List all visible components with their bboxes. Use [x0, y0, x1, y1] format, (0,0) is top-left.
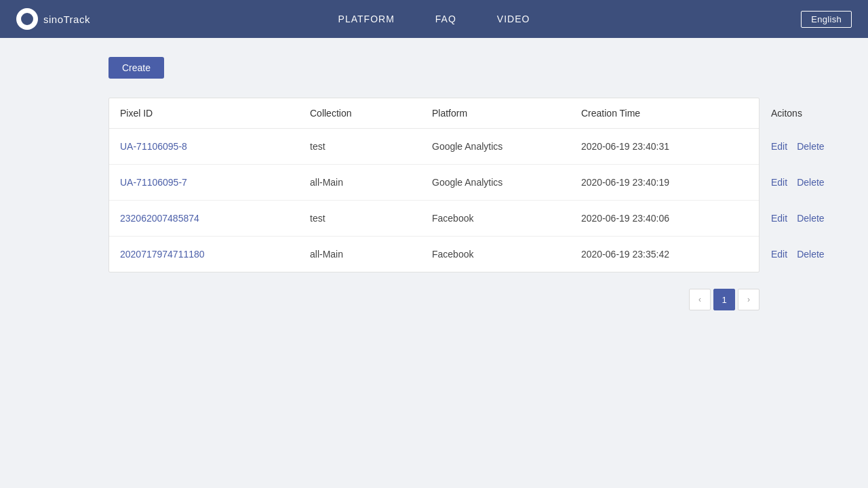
pagination: ‹ 1 › [108, 289, 760, 310]
actions-cell: Edit Delete [771, 249, 868, 260]
prev-page-button[interactable]: ‹ [689, 289, 711, 310]
prev-arrow-icon: ‹ [698, 295, 701, 304]
create-button[interactable]: Create [108, 57, 164, 79]
edit-button[interactable]: Edit [771, 213, 787, 224]
delete-button[interactable]: Delete [797, 249, 824, 260]
platform-cell: Google Analytics [432, 141, 581, 152]
table-row: UA-71106095-7 all-Main Google Analytics … [109, 165, 759, 201]
main-nav: PLATFORM FAQ VIDEO [338, 14, 530, 24]
creation-time-cell: 2020-06-19 23:35:42 [581, 249, 771, 260]
nav-platform[interactable]: PLATFORM [338, 14, 395, 24]
creation-time-cell: 2020-06-19 23:40:19 [581, 177, 771, 188]
logo: sinoTrack [16, 8, 90, 30]
collection-cell: all-Main [310, 177, 432, 188]
logo-text: sinoTrack [43, 14, 90, 25]
page-1-button[interactable]: 1 [713, 289, 735, 310]
delete-button[interactable]: Delete [797, 141, 824, 152]
table-header: Pixel ID Collection Platform Creation Ti… [109, 98, 759, 129]
creation-time-cell: 2020-06-19 23:40:06 [581, 213, 771, 224]
nav-video[interactable]: VIDEO [497, 14, 530, 24]
pixel-id-cell: UA-71106095-7 [120, 177, 310, 188]
next-page-button[interactable]: › [738, 289, 760, 310]
actions-cell: Edit Delete [771, 177, 868, 188]
pixel-id-cell: UA-71106095-8 [120, 141, 310, 152]
collection-cell: test [310, 141, 432, 152]
creation-time-cell: 2020-06-19 23:40:31 [581, 141, 771, 152]
col-platform: Platform [432, 108, 581, 119]
collection-cell: test [310, 213, 432, 224]
col-collection: Collection [310, 108, 432, 119]
platform-cell: Facebook [432, 249, 581, 260]
edit-button[interactable]: Edit [771, 249, 787, 260]
col-creation-time: Creation Time [581, 108, 771, 119]
edit-button[interactable]: Edit [771, 141, 787, 152]
col-pixel-id: Pixel ID [120, 108, 310, 119]
actions-cell: Edit Delete [771, 213, 868, 224]
header-right: English [801, 11, 852, 28]
platform-cell: Facebook [432, 213, 581, 224]
pixels-table: Pixel ID Collection Platform Creation Ti… [108, 98, 760, 272]
logo-icon [16, 8, 38, 30]
delete-button[interactable]: Delete [797, 213, 824, 224]
header: sinoTrack PLATFORM FAQ VIDEO English [0, 0, 868, 38]
edit-button[interactable]: Edit [771, 177, 787, 188]
table-row: 2020717974711180 all-Main Facebook 2020-… [109, 237, 759, 272]
language-button[interactable]: English [801, 11, 852, 28]
nav-faq[interactable]: FAQ [435, 14, 456, 24]
next-arrow-icon: › [747, 295, 750, 304]
platform-cell: Google Analytics [432, 177, 581, 188]
pixel-id-cell: 232062007485874 [120, 213, 310, 224]
pixel-id-cell: 2020717974711180 [120, 249, 310, 260]
actions-cell: Edit Delete [771, 141, 868, 152]
col-actions: Acitons [771, 108, 868, 119]
table-row: 232062007485874 test Facebook 2020-06-19… [109, 201, 759, 237]
table-row: UA-71106095-8 test Google Analytics 2020… [109, 129, 759, 165]
delete-button[interactable]: Delete [797, 177, 824, 188]
collection-cell: all-Main [310, 249, 432, 260]
main-content: Create Pixel ID Collection Platform Crea… [0, 38, 868, 329]
logo-circle-inner [21, 13, 33, 25]
